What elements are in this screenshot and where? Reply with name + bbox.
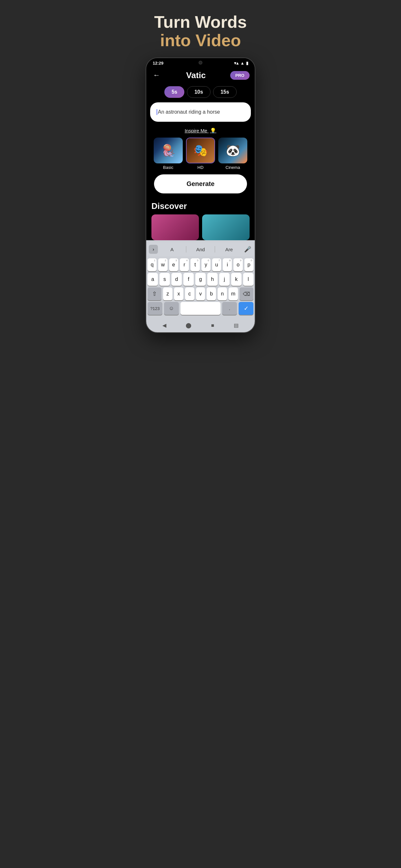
key-t[interactable]: t5 — [190, 258, 199, 271]
key-w[interactable]: w2 — [158, 258, 167, 271]
autocomplete-word-and[interactable]: And — [186, 245, 214, 253]
prompt-input[interactable]: An astronaut riding a horse — [150, 102, 251, 122]
app-header: ← Vatic PRO — [146, 67, 255, 84]
hero-section: Turn Words into Video — [134, 0, 267, 58]
prompt-text: An astronaut riding a horse — [158, 109, 220, 115]
cinema-image — [218, 137, 247, 163]
page-wrapper: Turn Words into Video 12:29 ▾▴ ▲ ▮ ← Vat… — [134, 0, 267, 346]
keyboard-row-4: ?123 ☺ . ✓ — [148, 302, 253, 315]
key-m[interactable]: m — [228, 287, 238, 300]
style-selection: Basic HD Cinema — [146, 137, 255, 175]
keyboard: › A And Are 🎤 q1 w2 e3 r4 t5 y6 u7 i8 o9… — [146, 240, 255, 320]
battery-icon: ▮ — [246, 61, 248, 66]
key-r[interactable]: r4 — [180, 258, 189, 271]
nav-keyboard-icon[interactable]: ▤ — [234, 322, 239, 329]
key-s[interactable]: s — [159, 273, 170, 286]
key-j[interactable]: j — [219, 273, 229, 286]
pro-badge[interactable]: PRO — [230, 71, 250, 80]
shift-key[interactable]: ⇧ — [148, 287, 161, 300]
discover-section: Discover — [146, 198, 255, 240]
camera-notch — [198, 61, 203, 65]
key-k[interactable]: k — [231, 273, 242, 286]
input-area: An astronaut riding a horse — [146, 102, 255, 125]
style-hd-label: HD — [197, 165, 204, 170]
key-i[interactable]: i8 — [223, 258, 232, 271]
key-v[interactable]: v — [196, 287, 205, 300]
hero-title: Turn Words into Video — [143, 13, 258, 50]
autocomplete-bar: › A And Are 🎤 — [148, 242, 253, 256]
autocomplete-word-a[interactable]: A — [158, 245, 186, 253]
key-g[interactable]: g — [195, 273, 206, 286]
key-c[interactable]: c — [185, 287, 194, 300]
status-right: ▾▴ ▲ ▮ — [234, 61, 248, 66]
key-a[interactable]: a — [148, 273, 158, 286]
key-u[interactable]: u7 — [212, 258, 221, 271]
style-hd[interactable]: HD — [186, 137, 215, 170]
key-x[interactable]: x — [174, 287, 183, 300]
style-cinema-label: Cinema — [226, 165, 240, 170]
key-p[interactable]: p0 — [244, 258, 253, 271]
key-q[interactable]: q1 — [148, 258, 157, 271]
hd-image — [187, 138, 214, 163]
hero-line2: into Video — [160, 31, 241, 50]
style-basic-thumbnail — [154, 137, 183, 163]
app-title: Vatic — [186, 70, 206, 81]
back-button[interactable]: ← — [151, 70, 162, 81]
mic-button[interactable]: 🎤 — [243, 245, 252, 254]
num-sym-key[interactable]: ?123 — [148, 302, 162, 315]
inspire-me-button[interactable]: Inspire Me 💡 — [185, 128, 216, 133]
duration-tabs: 5s 10s 15s — [146, 84, 255, 102]
inspire-me-section: Inspire Me 💡 — [146, 125, 255, 137]
back-icon: ← — [153, 71, 160, 80]
style-basic-label: Basic — [163, 165, 174, 170]
autocomplete-word-are[interactable]: Are — [215, 245, 243, 253]
wifi-icon: ▾▴ — [234, 61, 239, 66]
key-z[interactable]: z — [163, 287, 173, 300]
key-b[interactable]: b — [207, 287, 216, 300]
space-key[interactable] — [181, 302, 220, 315]
tab-5s[interactable]: 5s — [164, 86, 184, 98]
key-l[interactable]: l — [243, 273, 253, 286]
key-y[interactable]: y6 — [202, 258, 211, 271]
generate-label: Generate — [187, 180, 215, 187]
tab-15s[interactable]: 15s — [213, 86, 237, 98]
status-time: 12:29 — [153, 61, 163, 66]
discover-thumb-2[interactable] — [202, 214, 250, 240]
backspace-key[interactable]: ⌫ — [240, 287, 253, 300]
emoji-key[interactable]: ☺ — [164, 302, 179, 315]
keyboard-row-1: q1 w2 e3 r4 t5 y6 u7 i8 o9 p0 — [148, 258, 253, 271]
period-key[interactable]: . — [222, 302, 237, 315]
discover-thumbnails — [151, 214, 250, 240]
generate-button[interactable]: Generate — [154, 175, 247, 193]
keyboard-row-3: ⇧ z x c v b n m ⌫ — [148, 287, 253, 300]
key-o[interactable]: o9 — [234, 258, 243, 271]
key-e[interactable]: e3 — [169, 258, 178, 271]
tab-10s[interactable]: 10s — [187, 86, 211, 98]
nav-back-icon[interactable]: ◀ — [162, 322, 166, 329]
key-h[interactable]: h — [207, 273, 218, 286]
inspire-me-label: Inspire Me — [185, 128, 207, 133]
keyboard-row-2: a s d f g h j k l — [148, 273, 253, 286]
generate-section: Generate — [146, 175, 255, 198]
basic-image — [154, 137, 183, 163]
style-cinema-thumbnail — [218, 137, 247, 163]
discover-title: Discover — [151, 201, 250, 211]
style-hd-thumbnail — [186, 137, 215, 163]
style-basic[interactable]: Basic — [154, 137, 183, 170]
enter-key[interactable]: ✓ — [239, 302, 253, 315]
signal-icon: ▲ — [240, 61, 244, 66]
phone-frame: 12:29 ▾▴ ▲ ▮ ← Vatic PRO 5s 10s 15s An — [146, 58, 255, 333]
key-d[interactable]: d — [172, 273, 182, 286]
hero-line1: Turn Words — [154, 12, 247, 31]
style-cinema[interactable]: Cinema — [218, 137, 247, 170]
nav-recent-icon[interactable]: ■ — [211, 322, 214, 329]
nav-home-icon[interactable]: ⬤ — [186, 322, 191, 329]
nav-bar: ◀ ⬤ ■ ▤ — [146, 320, 255, 332]
lightbulb-icon: 💡 — [210, 128, 216, 133]
key-n[interactable]: n — [218, 287, 227, 300]
discover-thumb-1[interactable] — [151, 214, 199, 240]
text-cursor — [157, 109, 157, 115]
key-f[interactable]: f — [183, 273, 194, 286]
autocomplete-expand-button[interactable]: › — [149, 245, 158, 254]
